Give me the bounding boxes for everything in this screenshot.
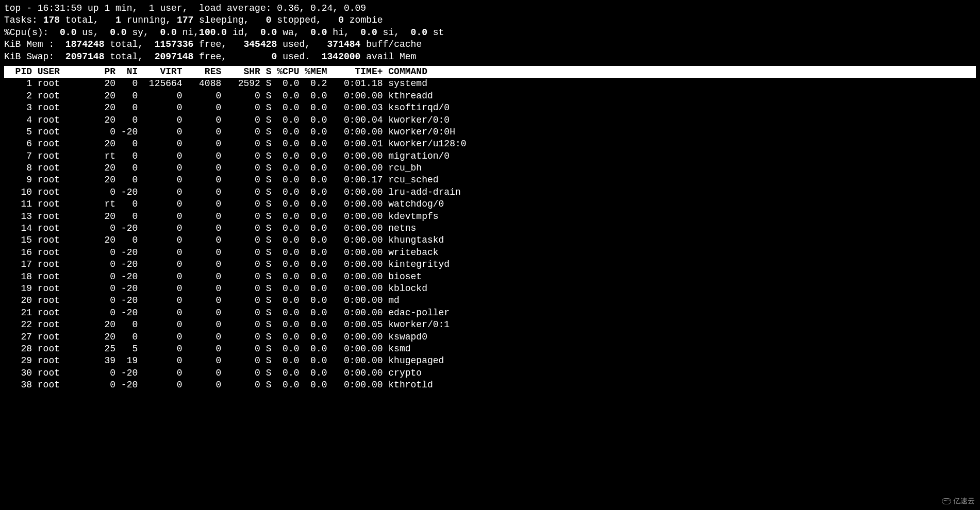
process-row: 1 root 20 0 125664 4088 2592 S 0.0 0.2 0… [4, 78, 976, 90]
process-row: 13 root 20 0 0 0 0 S 0.0 0.0 0:00.00 kde… [4, 211, 976, 223]
watermark-text: 亿速云 [953, 497, 975, 506]
process-row: 22 root 20 0 0 0 0 S 0.0 0.0 0:00.05 kwo… [4, 319, 976, 331]
process-row: 29 root 39 19 0 0 0 S 0.0 0.0 0:00.00 kh… [4, 355, 976, 367]
summary-line-cpu: %Cpu(s): 0.0 us, 0.0 sy, 0.0 ni,100.0 id… [4, 27, 976, 39]
process-table-header: PID USER PR NI VIRT RES SHR S %CPU %MEM … [4, 66, 976, 78]
process-row: 14 root 0 -20 0 0 0 S 0.0 0.0 0:00.00 ne… [4, 223, 976, 234]
process-row: 5 root 0 -20 0 0 0 S 0.0 0.0 0:00.00 kwo… [4, 126, 976, 138]
process-row: 8 root 20 0 0 0 0 S 0.0 0.0 0:00.00 rcu_… [4, 162, 976, 174]
process-row: 2 root 20 0 0 0 0 S 0.0 0.0 0:00.00 kthr… [4, 90, 976, 102]
process-row: 21 root 0 -20 0 0 0 S 0.0 0.0 0:00.00 ed… [4, 307, 976, 319]
process-row: 4 root 20 0 0 0 0 S 0.0 0.0 0:00.04 kwor… [4, 114, 976, 126]
summary-line-tasks: Tasks: 178 total, 1 running, 177 sleepin… [4, 14, 976, 26]
process-row: 15 root 20 0 0 0 0 S 0.0 0.0 0:00.00 khu… [4, 234, 976, 246]
watermark: 亿速云 [942, 497, 975, 506]
summary-line-swap: KiB Swap: 2097148 total, 2097148 free, 0… [4, 51, 976, 63]
process-row: 19 root 0 -20 0 0 0 S 0.0 0.0 0:00.00 kb… [4, 283, 976, 295]
process-row: 9 root 20 0 0 0 0 S 0.0 0.0 0:00.17 rcu_… [4, 174, 976, 186]
process-row: 10 root 0 -20 0 0 0 S 0.0 0.0 0:00.00 lr… [4, 186, 976, 198]
process-row: 16 root 0 -20 0 0 0 S 0.0 0.0 0:00.00 wr… [4, 247, 976, 259]
process-row: 3 root 20 0 0 0 0 S 0.0 0.0 0:00.03 ksof… [4, 102, 976, 114]
process-table-body: 1 root 20 0 125664 4088 2592 S 0.0 0.2 0… [4, 78, 976, 391]
process-row: 20 root 0 -20 0 0 0 S 0.0 0.0 0:00.00 md [4, 295, 976, 307]
process-row: 30 root 0 -20 0 0 0 S 0.0 0.0 0:00.00 cr… [4, 367, 976, 379]
process-row: 7 root rt 0 0 0 0 S 0.0 0.0 0:00.00 migr… [4, 150, 976, 162]
summary-line-mem: KiB Mem : 1874248 total, 1157336 free, 3… [4, 39, 976, 50]
process-row: 28 root 25 5 0 0 0 S 0.0 0.0 0:00.00 ksm… [4, 343, 976, 355]
cloud-icon [942, 498, 951, 504]
top-summary: top - 16:31:59 up 1 min, 1 user, load av… [4, 3, 976, 63]
process-row: 18 root 0 -20 0 0 0 S 0.0 0.0 0:00.00 bi… [4, 271, 976, 283]
process-row: 17 root 0 -20 0 0 0 S 0.0 0.0 0:00.00 ki… [4, 259, 976, 270]
process-row: 27 root 20 0 0 0 0 S 0.0 0.0 0:00.00 ksw… [4, 331, 976, 343]
process-row: 6 root 20 0 0 0 0 S 0.0 0.0 0:00.01 kwor… [4, 138, 976, 150]
summary-line-uptime: top - 16:31:59 up 1 min, 1 user, load av… [4, 3, 976, 14]
process-row: 11 root rt 0 0 0 0 S 0.0 0.0 0:00.00 wat… [4, 198, 976, 210]
process-row: 38 root 0 -20 0 0 0 S 0.0 0.0 0:00.00 kt… [4, 379, 976, 391]
